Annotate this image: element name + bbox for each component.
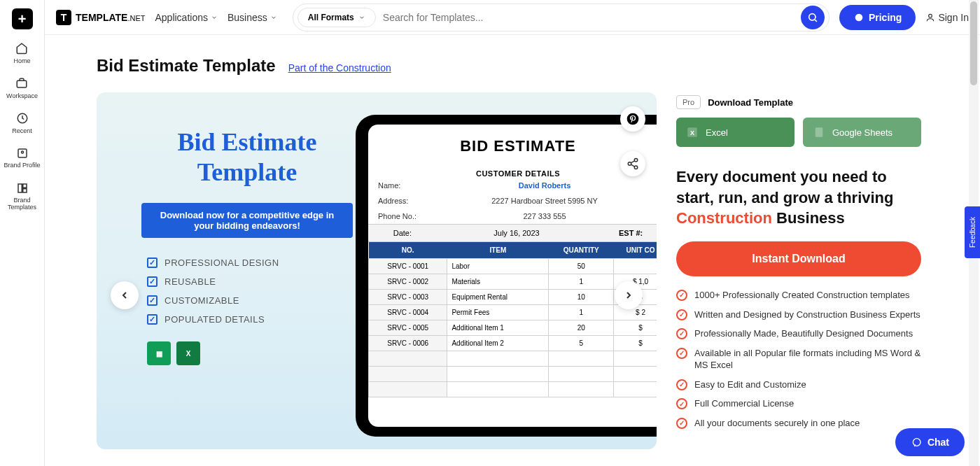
check-icon [147, 257, 158, 268]
pro-badge: Pro [676, 95, 701, 109]
table-row [369, 382, 657, 397]
signin-link[interactable]: Sign In [925, 12, 969, 23]
crown-icon [853, 12, 864, 23]
table-row: SRVC - 0002Materials1$ 1,0 [369, 274, 657, 290]
feedback-tab[interactable]: Feedback [965, 206, 980, 258]
tablet-mockup: BID ESTIMATE CUSTOMER DETAILS Name:David… [356, 115, 657, 437]
table-col: NO. [369, 242, 447, 259]
tick-icon: ✓ [676, 418, 687, 429]
chevron-right-icon [623, 290, 634, 301]
svg-point-11 [634, 159, 638, 162]
chevron-left-icon [119, 290, 130, 301]
rail-workspace[interactable]: Workspace [6, 77, 38, 99]
table-row [369, 367, 657, 382]
doc-title: BID ESTIMATE [368, 137, 657, 155]
preview-carousel: Bid Estimate Template Download now for a… [97, 92, 657, 449]
field-value: David Roberts [431, 181, 657, 190]
share-button[interactable] [620, 151, 645, 176]
history-icon [16, 112, 29, 125]
promo-feature: POPULATED DETAILS [147, 314, 363, 325]
search-bar: All Formats [293, 3, 830, 31]
instant-download-button[interactable]: Instant Download [676, 241, 921, 276]
tick-icon: ✓ [676, 379, 687, 390]
category-link[interactable]: Part of the Construction [288, 62, 391, 73]
date-value: July 16, 2023 [421, 225, 612, 241]
svg-rect-6 [22, 189, 26, 192]
logo-text: TEMPLATE.NET [76, 12, 145, 23]
share-icon [626, 157, 639, 170]
rail-recent[interactable]: Recent [12, 112, 32, 134]
rail-home[interactable]: Home [13, 42, 30, 64]
date-label: Date: [368, 225, 421, 241]
rail-label: Brand Profile [4, 162, 40, 169]
promo-banner: Download now for a competitive edge in y… [141, 203, 353, 238]
benefit-item: ✓Professionally Made, Beautifully Design… [676, 327, 921, 340]
page-title: Bid Estimate Template [97, 56, 276, 76]
table-row: SRVC - 0003Equipment Rental10$ [369, 290, 657, 305]
chat-icon [911, 437, 922, 448]
rail-brand-profile[interactable]: Brand Profile [4, 147, 40, 169]
chevron-down-icon [211, 14, 218, 21]
field-value: 227 333 555 [431, 212, 657, 220]
nav-business[interactable]: Business [227, 12, 277, 23]
table-col: QUANTITY [549, 242, 614, 259]
download-label: Download Template [708, 97, 793, 108]
main: T TEMPLATE.NET Applications Business All… [45, 0, 980, 466]
check-icon [147, 276, 158, 287]
rail-brand-templates[interactable]: Brand Templates [0, 182, 44, 211]
topbar: T TEMPLATE.NET Applications Business All… [45, 0, 980, 35]
nav-applications[interactable]: Applications [155, 12, 218, 23]
side-panel: Pro Download Template XExcel Google Shee… [676, 92, 921, 466]
benefit-item: ✓Full Commercial License [676, 397, 921, 410]
table-row: SRVC - 0001Labor50 [369, 259, 657, 274]
svg-point-8 [855, 13, 863, 21]
svg-point-7 [809, 13, 816, 20]
download-sheets[interactable]: Google Sheets [803, 118, 921, 147]
left-rail: + Home Workspace Recent Brand Profile Br… [0, 0, 45, 466]
search-input[interactable] [383, 12, 794, 23]
rail-label: Workspace [6, 92, 38, 99]
tick-icon: ✓ [676, 309, 687, 320]
svg-rect-5 [22, 184, 26, 188]
table-row [369, 351, 657, 367]
excel-icon: X [686, 126, 699, 139]
headline: Every document you need to start, run, a… [676, 167, 921, 229]
pinterest-button[interactable] [620, 106, 645, 132]
check-icon [147, 295, 158, 306]
pinterest-icon [626, 112, 640, 126]
pricing-button[interactable]: Pricing [839, 5, 916, 30]
benefit-item: ✓Available in all Popular file formats i… [676, 347, 921, 372]
table-col: ITEM [447, 242, 549, 259]
items-table: NO.ITEMQUANTITYUNIT CO SRVC - 0001Labor5… [368, 242, 657, 397]
customer-head: CUSTOMER DETAILS [368, 169, 657, 178]
content: Bid Estimate Template Part of the Constr… [45, 35, 980, 466]
table-col: UNIT CO [614, 242, 657, 259]
chevron-down-icon [270, 14, 277, 21]
download-excel[interactable]: XExcel [676, 118, 794, 147]
formats-dropdown[interactable]: All Formats [298, 8, 376, 27]
promo-feature: REUSABLE [147, 276, 363, 287]
chevron-down-icon [358, 14, 365, 21]
search-icon [807, 12, 818, 23]
svg-point-12 [628, 162, 631, 166]
carousel-next[interactable] [615, 281, 643, 309]
user-icon [925, 13, 935, 22]
company-info: KVTD CO 2808 Lindale Avenue kvtdcorp@gma… [647, 160, 657, 216]
chat-button[interactable]: Chat [895, 428, 965, 456]
company-logo-icon [652, 160, 657, 195]
promo-title: Bid Estimate Template [132, 127, 363, 188]
logo[interactable]: T TEMPLATE.NET [56, 10, 145, 25]
svg-point-3 [21, 151, 23, 153]
templates-icon [16, 182, 29, 195]
title-row: Bid Estimate Template Part of the Constr… [97, 56, 945, 76]
rail-label: Brand Templates [0, 197, 44, 211]
tick-icon: ✓ [676, 328, 687, 339]
benefit-item: ✓Easy to Edit and Customize [676, 379, 921, 391]
create-button[interactable]: + [12, 8, 33, 29]
carousel-prev[interactable] [111, 281, 139, 309]
profile-icon [16, 147, 29, 160]
search-button[interactable] [801, 6, 825, 29]
scrollbar-thumb[interactable] [970, 1, 977, 85]
field-value: 2227 Hardboar Street 5995 NY [431, 197, 657, 205]
tick-icon: ✓ [676, 398, 687, 409]
